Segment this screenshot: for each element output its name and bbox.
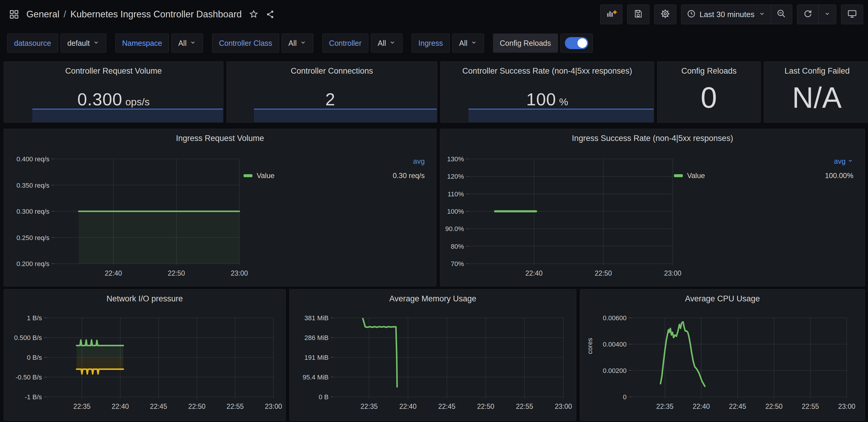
legend-stat-header[interactable]: avg [674, 157, 853, 165]
panel-title[interactable]: Controller Success Rate (non-4|5xx respo… [441, 66, 654, 76]
chart-ingress-request-volume-plot[interactable]: 22:4022:5023:000.400 req/s0.350 req/s0.3… [4, 129, 436, 286]
variable-value-namespace[interactable]: All [171, 34, 203, 53]
refresh-button[interactable] [797, 5, 818, 24]
variable-value-datasource[interactable]: default [61, 34, 106, 53]
svg-text:286 MiB: 286 MiB [304, 334, 329, 342]
legend-row: Value 0.30 req/s [244, 171, 425, 180]
svg-text:22:45: 22:45 [150, 402, 167, 410]
time-picker: Last 30 minutes [681, 4, 792, 24]
svg-text:80%: 80% [451, 243, 464, 250]
legend-series-toggle[interactable]: Value [674, 171, 705, 180]
chart-ingress-success-rate-plot[interactable]: 22:4022:5023:00130%120%110%100%90.0%80%7… [440, 129, 865, 286]
time-range-button[interactable]: Last 30 minutes [681, 5, 771, 24]
svg-text:100%: 100% [447, 208, 464, 215]
panel-average-cpu-usage: Average CPU Usage cores 22:3522:4022:452… [580, 289, 865, 421]
refresh-picker [797, 4, 836, 24]
svg-text:0.00600: 0.00600 [602, 314, 627, 322]
svg-text:23:00: 23:00 [230, 269, 248, 277]
toggle-track [565, 37, 588, 49]
variable-ingress: Ingress All [411, 34, 484, 53]
legend-row: Value 100.00% [674, 171, 853, 180]
stat-sparkline [254, 109, 437, 122]
chart-average-cpu-usage-plot[interactable]: 22:3522:4022:4522:5022:5523:000.006000.0… [580, 289, 865, 421]
config-reloads-toggle[interactable] [560, 34, 593, 53]
panel-title[interactable]: Config Reloads [657, 66, 761, 76]
svg-text:70%: 70% [451, 260, 464, 267]
svg-text:191 MiB: 191 MiB [304, 354, 329, 361]
config-reloads-switch: Config Reloads [493, 34, 593, 53]
svg-text:22:55: 22:55 [226, 402, 244, 410]
share-icon[interactable] [266, 10, 275, 19]
stat-panel-controller-request-volume: Controller Request Volume 0.300 ops/s [4, 61, 223, 123]
star-icon[interactable] [249, 9, 258, 19]
dashboard-settings-button[interactable] [654, 4, 676, 24]
breadcrumb-folder[interactable]: General [26, 9, 59, 20]
zoom-out-icon [776, 9, 786, 20]
svg-text:0.300 req/s: 0.300 req/s [17, 208, 50, 215]
chart-average-memory-usage-plot[interactable]: 22:3522:4022:4522:5022:5523:00381 MiB286… [290, 289, 576, 421]
chevron-down-icon [759, 10, 765, 18]
stat-number: 2 [325, 89, 335, 109]
svg-text:22:40: 22:40 [105, 269, 122, 277]
save-dashboard-icon [633, 9, 643, 20]
add-panel-button[interactable] [600, 4, 622, 24]
kiosk-mode-button[interactable] [841, 4, 863, 24]
stat-number: N/A [792, 81, 842, 115]
svg-text:22:35: 22:35 [361, 402, 378, 410]
stat-panel-controller-connections: Controller Connections 2 [226, 61, 437, 123]
chart-network-io-pressure-plot[interactable]: 22:3522:4022:4522:5022:5523:001 B/s0.500… [4, 289, 285, 421]
variable-selected-value: All [178, 39, 187, 47]
svg-text:0.00400: 0.00400 [602, 340, 627, 348]
apps-grid-icon[interactable] [9, 9, 19, 20]
panel-ingress-request-volume: Ingress Request Volume 22:4022:5023:000.… [4, 129, 436, 286]
top-nav: General / Kubernetes Ingress Controller … [0, 0, 868, 29]
svg-text:22:40: 22:40 [525, 269, 543, 277]
panel-title[interactable]: Controller Connections [227, 66, 437, 76]
stat-unit: % [559, 96, 568, 108]
gear-icon [660, 8, 671, 20]
breadcrumb-separator: / [63, 9, 66, 20]
legend-stat-header-label: avg [413, 157, 425, 165]
dashboard-title[interactable]: Kubernetes Ingress Controller Dashboard [70, 9, 242, 20]
variable-value-controller-class[interactable]: All [282, 34, 313, 53]
variable-selected-value: All [378, 39, 386, 47]
breadcrumb: General / Kubernetes Ingress Controller … [0, 9, 275, 20]
svg-text:22:55: 22:55 [516, 402, 533, 410]
zoom-out-button[interactable] [771, 5, 792, 24]
variable-controller: Controller All [322, 34, 403, 53]
legend-stat-value: 0.30 req/s [393, 171, 425, 180]
variable-filter-bar: datasource default Namespace All Control… [7, 34, 593, 53]
stat-panel-last-config-failed: Last Config Failed N/A [764, 61, 868, 123]
svg-text:22:50: 22:50 [477, 402, 495, 410]
panel-title[interactable]: Controller Request Volume [4, 66, 223, 76]
svg-text:95.4 MiB: 95.4 MiB [303, 374, 329, 381]
legend-stat-header[interactable]: avg [244, 157, 425, 165]
svg-text:0.00200: 0.00200 [602, 367, 627, 375]
toggle-knob [578, 38, 587, 48]
refresh-interval-button[interactable] [818, 5, 836, 24]
svg-text:0 B: 0 B [319, 393, 329, 401]
legend-series-name: Value [257, 171, 275, 180]
stat-unit: ops/s [125, 96, 150, 108]
variable-value-controller[interactable]: All [371, 34, 403, 53]
stat-panel-controller-success-rate: Controller Success Rate (non-4|5xx respo… [440, 61, 654, 123]
panel-title[interactable]: Last Config Failed [764, 66, 868, 76]
chevron-down-icon [824, 10, 831, 18]
svg-text:22:45: 22:45 [729, 402, 746, 410]
svg-text:22:40: 22:40 [112, 402, 129, 410]
chevron-down-icon [300, 39, 306, 47]
save-dashboard-button[interactable] [627, 4, 649, 24]
svg-text:130%: 130% [447, 155, 464, 163]
svg-text:22:50: 22:50 [168, 269, 185, 277]
legend-series-toggle[interactable]: Value [244, 171, 275, 180]
variable-label-ingress: Ingress [411, 34, 450, 53]
add-panel-icon [606, 9, 617, 20]
svg-text:0.350 req/s: 0.350 req/s [17, 182, 50, 189]
stat-value: N/A [764, 81, 868, 115]
chevron-down-icon [389, 39, 396, 47]
legend-series-name: Value [687, 171, 705, 180]
breadcrumb-trail: General / Kubernetes Ingress Controller … [26, 9, 242, 20]
variable-value-ingress[interactable]: All [452, 34, 484, 53]
svg-text:-1 B/s: -1 B/s [25, 393, 42, 401]
stat-number: 0.300 [77, 89, 122, 109]
